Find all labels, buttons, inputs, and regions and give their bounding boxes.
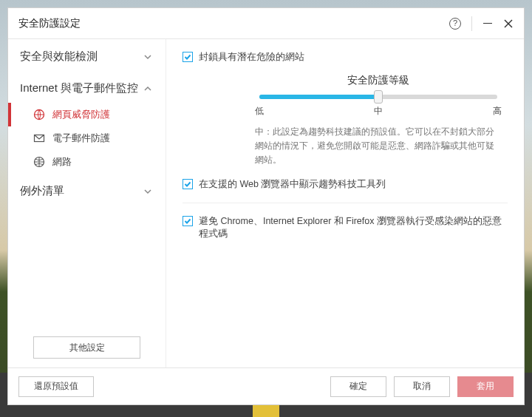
sidebar-section-label: 例外清單 [20, 184, 64, 198]
sidebar-item-label: 網頁威脅防護 [52, 108, 110, 121]
other-settings-button[interactable]: 其他設定 [33, 336, 140, 359]
separator [183, 203, 508, 203]
checkbox-label: 封鎖具有潛在危險的網站 [199, 51, 304, 64]
sidebar-item-label: 網路 [52, 155, 72, 169]
titlebar-separator [471, 16, 472, 31]
slider-thumb[interactable] [374, 90, 383, 104]
titlebar: 安全防護設定 ? [8, 8, 524, 39]
chevron-up-icon [143, 84, 152, 93]
titlebar-buttons: ? [449, 16, 514, 31]
checkbox-block-browser-malware[interactable]: 避免 Chrome、Internet Explorer 和 Firefox 瀏覽… [183, 215, 508, 240]
dialog-footer: 還原預設值 確定 取消 套用 [8, 367, 524, 404]
slider-label-low: 低 [255, 105, 264, 118]
sidebar-item-email-protection[interactable]: 電子郵件防護 [8, 126, 166, 150]
slider-label-high: 高 [493, 105, 502, 118]
close-button[interactable] [503, 18, 514, 29]
restore-defaults-button[interactable]: 還原預設值 [18, 376, 94, 397]
minimize-button[interactable] [482, 18, 493, 29]
slider-labels: 低 中 高 [249, 105, 508, 125]
sidebar-item-web-threat[interactable]: 網頁威脅防護 [8, 103, 166, 126]
sidebar-section-label: Internet 與電子郵件監控 [20, 81, 138, 95]
envelope-icon [33, 132, 45, 144]
security-level-block: 安全防護等級 低 中 高 中：此設定為趨勢科技建議的預設值。它可以在不封鎖大部分… [183, 74, 508, 178]
sidebar-item-label: 電子郵件防護 [52, 132, 110, 145]
globe-shield-icon [33, 109, 45, 121]
sidebar-section-exceptions[interactable]: 例外清單 [8, 174, 166, 206]
settings-dialog: 安全防護設定 ? 安全與效能檢測 Internet 與電子郵件監控 [7, 7, 525, 405]
security-level-description: 中：此設定為趨勢科技建議的預設值。它可以在不封鎖大部分網站的情況下，避免您開啟可… [249, 125, 508, 168]
cancel-button[interactable]: 取消 [394, 376, 450, 397]
checkbox-icon [183, 52, 193, 62]
chevron-down-icon [143, 187, 152, 196]
help-icon[interactable]: ? [449, 18, 461, 30]
checkbox-show-toolbar[interactable]: 在支援的 Web 瀏覽器中顯示趨勢科技工具列 [183, 178, 508, 191]
apply-button[interactable]: 套用 [457, 376, 514, 397]
slider-label-mid: 中 [374, 105, 383, 118]
sidebar: 安全與效能檢測 Internet 與電子郵件監控 網頁威脅防護 電 [8, 39, 166, 367]
security-level-slider[interactable] [259, 95, 497, 99]
sidebar-item-network[interactable]: 網路 [8, 150, 166, 174]
checkbox-label: 在支援的 Web 瀏覽器中顯示趨勢科技工具列 [199, 178, 386, 191]
chevron-down-icon [143, 52, 152, 61]
security-level-title: 安全防護等級 [249, 74, 508, 87]
dialog-title: 安全防護設定 [18, 17, 449, 30]
sidebar-section-internet-email[interactable]: Internet 與電子郵件監控 [8, 71, 166, 103]
main-panel: 封鎖具有潛在危險的網站 安全防護等級 低 中 高 中：此設定為趨勢科技建議的預設… [166, 39, 524, 367]
ok-button[interactable]: 確定 [330, 376, 386, 397]
checkbox-label: 避免 Chrome、Internet Explorer 和 Firefox 瀏覽… [199, 215, 508, 240]
net-globe-icon [33, 156, 45, 168]
checkbox-icon [183, 179, 193, 189]
checkbox-block-websites[interactable]: 封鎖具有潛在危險的網站 [183, 51, 508, 64]
sidebar-section-security-performance[interactable]: 安全與效能檢測 [8, 39, 166, 71]
sidebar-section-label: 安全與效能檢測 [20, 50, 98, 64]
checkbox-icon [183, 216, 193, 226]
slider-fill [259, 95, 378, 99]
